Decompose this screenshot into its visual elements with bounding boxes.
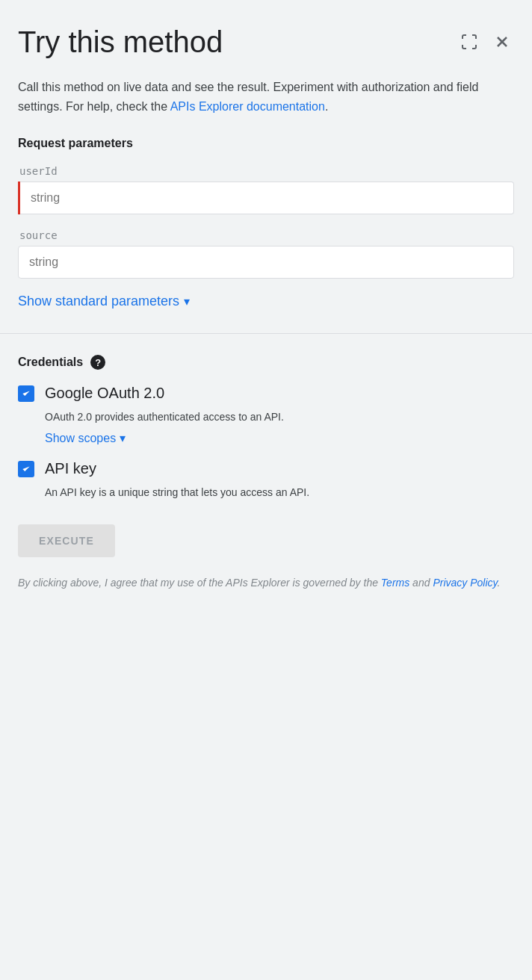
close-icon[interactable] <box>490 30 514 54</box>
oauth-credential-row: Google OAuth 2.0 <box>18 385 514 402</box>
source-label: source <box>18 229 514 241</box>
source-field-group: source <box>18 229 514 279</box>
header-icons <box>457 24 514 54</box>
apikey-checkbox[interactable] <box>18 461 34 477</box>
try-method-panel: Try this method Call this method on live… <box>0 0 532 980</box>
source-input[interactable] <box>18 246 514 279</box>
credentials-header: Credentials ? <box>18 355 514 370</box>
chevron-down-icon: ▾ <box>184 294 190 308</box>
terms-link[interactable]: Terms <box>381 577 409 589</box>
divider <box>0 333 532 334</box>
credentials-title: Credentials <box>18 356 83 369</box>
userid-input-wrapper <box>18 182 514 214</box>
userid-field-group: userId <box>18 165 514 214</box>
oauth-checkbox[interactable] <box>18 385 34 402</box>
description-text: Call this method on live data and see th… <box>18 78 514 116</box>
request-parameters-section: Request parameters userId source <box>18 137 514 279</box>
apikey-credential-description: An API key is a unique string that lets … <box>18 485 514 500</box>
oauth-credential-description: OAuth 2.0 provides authenticated access … <box>18 409 514 425</box>
apikey-credential-item: API key An API key is a unique string th… <box>18 460 514 500</box>
show-standard-parameters-button[interactable]: Show standard parameters ▾ <box>18 294 190 309</box>
request-parameters-title: Request parameters <box>18 137 514 150</box>
execute-button[interactable]: EXECUTE <box>18 524 115 557</box>
userid-input[interactable] <box>20 182 514 214</box>
show-scopes-label: Show scopes <box>45 432 116 445</box>
footer-text: By clicking above, I agree that my use o… <box>18 575 514 591</box>
page-title: Try this method <box>18 24 457 60</box>
show-standard-parameters-label: Show standard parameters <box>18 294 179 309</box>
privacy-policy-link[interactable]: Privacy Policy <box>433 577 497 589</box>
oauth-credential-name: Google OAuth 2.0 <box>45 385 164 402</box>
expand-icon[interactable] <box>457 30 481 54</box>
api-explorer-link[interactable]: APIs Explorer documentation <box>170 100 325 113</box>
show-scopes-button[interactable]: Show scopes ▾ <box>18 431 126 445</box>
credentials-help-icon[interactable]: ? <box>90 355 105 370</box>
apikey-credential-row: API key <box>18 460 514 477</box>
execute-section: EXECUTE <box>18 515 514 575</box>
userid-label: userId <box>18 165 514 177</box>
chevron-down-icon: ▾ <box>120 431 126 445</box>
panel-header: Try this method <box>18 24 514 60</box>
oauth-credential-item: Google OAuth 2.0 OAuth 2.0 provides auth… <box>18 385 514 445</box>
source-input-wrapper <box>18 246 514 279</box>
apikey-credential-name: API key <box>45 460 96 477</box>
